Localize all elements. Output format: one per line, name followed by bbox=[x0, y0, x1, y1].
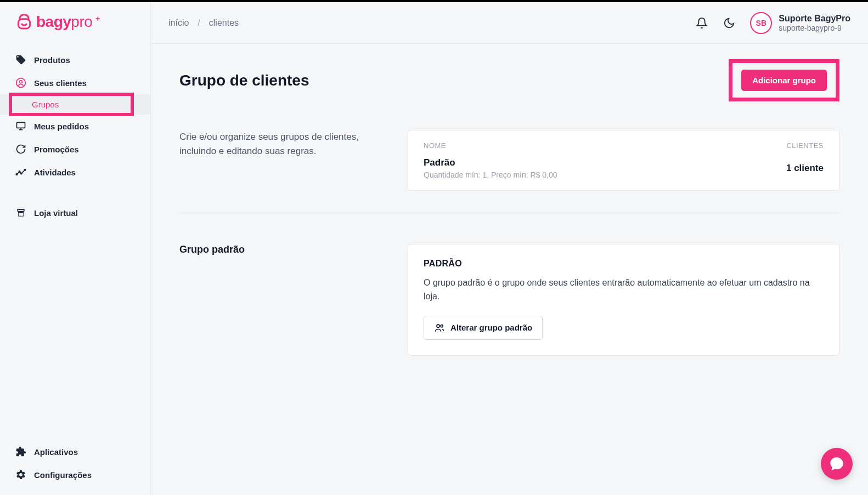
logo-text-pro: pro bbox=[71, 13, 92, 30]
group-subtitle: Quantidade mín: 1, Preço mín: R$ 0,00 bbox=[424, 170, 557, 179]
sidebar-item-label: Configurações bbox=[34, 470, 92, 480]
sidebar-subitem-grupos[interactable]: Grupos bbox=[0, 94, 150, 115]
svg-point-2 bbox=[20, 81, 22, 83]
breadcrumb-separator: / bbox=[198, 18, 200, 28]
svg-point-7 bbox=[19, 171, 20, 173]
logo-text-main: bagy bbox=[36, 13, 71, 30]
change-default-group-button[interactable]: Alterar grupo padrão bbox=[424, 316, 543, 340]
tag-icon bbox=[15, 54, 26, 65]
user-circle-icon bbox=[15, 77, 26, 88]
group-name: Padrão bbox=[424, 157, 557, 168]
sidebar-item-label: Promoções bbox=[34, 145, 79, 154]
sidebar-item-clientes[interactable]: Seus clientes bbox=[0, 71, 150, 94]
avatar: SB bbox=[750, 12, 772, 34]
page-title: Grupo de clientes bbox=[179, 72, 309, 89]
sidebar-item-label: Loja virtual bbox=[34, 208, 78, 218]
sidebar-item-configuracoes[interactable]: Configurações bbox=[0, 463, 150, 486]
chat-icon bbox=[829, 456, 844, 471]
svg-point-6 bbox=[16, 174, 18, 175]
main-nav: Produtos Seus clientes Grupos Meus pedid… bbox=[0, 44, 150, 440]
user-name: Suporte BagyPro bbox=[779, 14, 850, 24]
sidebar-item-promocoes[interactable]: Promoções bbox=[0, 138, 150, 161]
divider bbox=[179, 213, 839, 213]
logo[interactable]: bagypro + bbox=[0, 2, 150, 44]
plus-icon: + bbox=[95, 14, 100, 23]
moon-icon bbox=[723, 17, 735, 29]
sidebar-item-label: Grupos bbox=[32, 100, 59, 109]
change-default-label: Alterar grupo padrão bbox=[450, 323, 532, 332]
sidebar: bagypro + Produtos Seus clientes Grupos … bbox=[0, 2, 151, 495]
add-button-highlight: Adicionar grupo bbox=[729, 59, 839, 101]
puzzle-icon bbox=[15, 446, 26, 457]
sidebar-item-atividades[interactable]: Atividades bbox=[0, 161, 150, 184]
sidebar-item-aplicativos[interactable]: Aplicativos bbox=[0, 440, 150, 463]
store-icon bbox=[15, 207, 26, 218]
breadcrumb-home[interactable]: início bbox=[168, 18, 189, 28]
sidebar-item-produtos[interactable]: Produtos bbox=[0, 48, 150, 71]
sidebar-item-label: Seus clientes bbox=[34, 78, 87, 88]
svg-point-9 bbox=[24, 169, 26, 171]
default-group-card: PADRÃO O grupo padrão é o grupo onde seu… bbox=[408, 244, 839, 356]
bell-icon bbox=[696, 17, 708, 29]
section-heading: Grupo padrão bbox=[179, 244, 377, 255]
gear-icon bbox=[15, 469, 26, 480]
svg-point-11 bbox=[441, 325, 443, 327]
svg-rect-0 bbox=[18, 19, 30, 29]
breadcrumb: início / clientes bbox=[168, 18, 239, 28]
table-row[interactable]: Padrão Quantidade mín: 1, Preço mín: R$ … bbox=[424, 157, 824, 179]
sidebar-item-pedidos[interactable]: Meus pedidos bbox=[0, 115, 150, 138]
user-subtitle: suporte-bagypro-9 bbox=[779, 24, 850, 32]
groups-table-card: NOME CLIENTES Padrão Quantidade mín: 1, … bbox=[408, 130, 839, 191]
highlight-box bbox=[9, 93, 134, 116]
sidebar-item-loja[interactable]: Loja virtual bbox=[0, 201, 150, 224]
table-col-name: NOME bbox=[424, 141, 446, 150]
sidebar-item-label: Aplicativos bbox=[34, 447, 78, 457]
sidebar-item-label: Meus pedidos bbox=[34, 122, 89, 131]
section-description: Crie e/ou organize seus grupos de client… bbox=[179, 130, 377, 159]
table-col-clients: CLIENTES bbox=[786, 141, 824, 150]
sidebar-item-label: Atividades bbox=[34, 168, 76, 177]
default-group-title: PADRÃO bbox=[424, 259, 824, 269]
svg-point-10 bbox=[437, 325, 439, 327]
chart-icon bbox=[15, 167, 26, 178]
bag-icon bbox=[15, 13, 33, 31]
users-icon bbox=[434, 322, 445, 333]
notifications-button[interactable] bbox=[695, 16, 708, 30]
monitor-icon bbox=[15, 121, 26, 132]
svg-point-8 bbox=[21, 173, 22, 174]
chat-fab[interactable] bbox=[821, 448, 853, 480]
breadcrumb-current[interactable]: clientes bbox=[209, 18, 239, 28]
sidebar-item-label: Produtos bbox=[34, 55, 70, 65]
add-group-button[interactable]: Adicionar grupo bbox=[741, 70, 827, 91]
theme-toggle-button[interactable] bbox=[723, 16, 736, 30]
svg-rect-3 bbox=[17, 122, 25, 128]
refresh-icon bbox=[15, 144, 26, 155]
user-menu[interactable]: SB Suporte BagyPro suporte-bagypro-9 bbox=[750, 12, 850, 34]
group-clients-count: 1 cliente bbox=[786, 163, 824, 174]
nav-bottom: Aplicativos Configurações bbox=[0, 440, 150, 495]
default-group-description: O grupo padrão é o grupo onde seus clien… bbox=[424, 276, 824, 304]
topbar: início / clientes SB Suporte BagyPro sup… bbox=[151, 2, 868, 44]
